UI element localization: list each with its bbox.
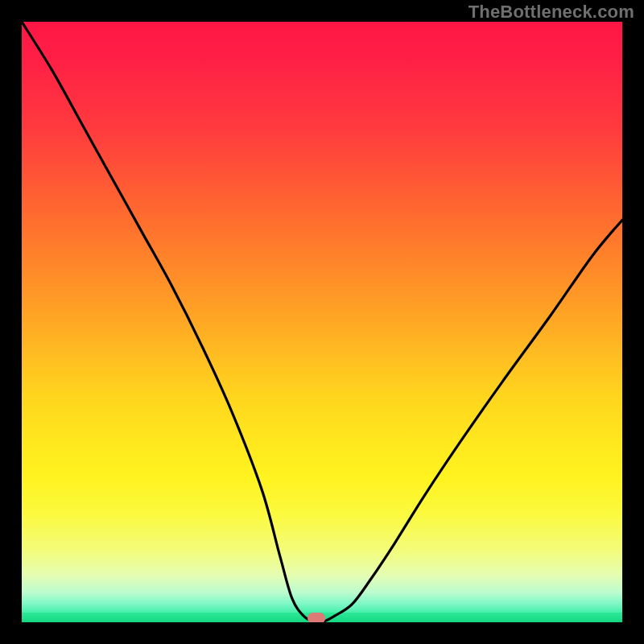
chart-stage: TheBottleneck.com: [0, 0, 644, 644]
plot-area: [22, 22, 622, 622]
watermark-text: TheBottleneck.com: [469, 2, 634, 23]
optimum-marker: [308, 613, 325, 622]
heat-gradient: [22, 22, 622, 622]
